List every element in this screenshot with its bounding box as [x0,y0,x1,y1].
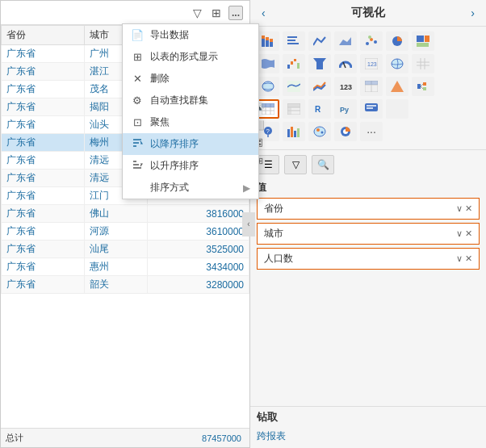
viz-icon-funnel[interactable] [308,54,331,73]
context-menu-item[interactable]: 排序方式▶ [123,177,258,199]
field-item-population[interactable]: 人口数 ∨ ✕ [257,248,480,270]
menu-item-arrow: ▶ [243,182,250,194]
svg-line-46 [421,84,423,86]
viz-icon-area[interactable] [334,31,357,51]
svg-text:123: 123 [367,61,377,67]
viz-icon-arcgis-map[interactable] [283,77,305,96]
field-province-actions: ∨ ✕ [456,203,472,214]
drill-item-crosstable[interactable]: 跨报表 [257,428,480,445]
viz-icon-waterfall[interactable] [283,54,305,73]
viz-header: ‹ 可视化 › [250,0,486,27]
viz-icon-matrix2[interactable] [283,99,305,119]
menu-item-icon: ✕ [131,73,144,85]
viz-icon-r-script[interactable]: R [308,99,331,119]
context-menu-item[interactable]: ⊡聚焦 [123,111,258,133]
svg-rect-63 [365,103,378,111]
viz-icon-treemap[interactable] [412,31,434,51]
viz-icon-bar2[interactable] [283,122,305,141]
svg-rect-12 [287,43,299,44]
svg-rect-60 [287,107,291,115]
viz-nav-left[interactable]: ‹ [258,5,269,21]
svg-rect-26 [294,59,296,61]
svg-rect-45 [417,84,421,89]
field-item-province[interactable]: 省份 ∨ ✕ [257,198,480,220]
collapse-panel-button[interactable]: ‹ [242,212,255,237]
svg-rect-11 [270,39,273,42]
drill-section: 钻取 跨报表 [250,406,486,448]
svg-line-47 [421,86,423,89]
viz-title: 可视化 [351,6,385,20]
viz-icon-python[interactable]: Py [334,99,357,119]
svg-rect-13 [287,40,295,41]
viz-icons-area: 123 123 [250,27,486,150]
viz-icon-globe[interactable] [257,77,279,96]
svg-point-16 [366,42,369,45]
viz-icon-line2[interactable] [308,77,331,96]
viz-icon-donut[interactable] [334,122,357,141]
table-row[interactable]: 广东省惠州3434000 [2,258,249,276]
viz-icon-smartnarrative[interactable] [360,99,383,119]
svg-rect-70 [291,127,293,137]
viz-icon-mappin[interactable] [308,122,331,141]
fields-area: ☰ ▽ 🔍 值 省份 ∨ ✕ 城市 ∨ ✕ 人口数 ∨ ✕ [250,150,486,406]
footer-label: 总计 [6,432,23,444]
viz-icon-ribbon[interactable] [257,54,279,73]
field-filter-icon[interactable]: ▽ [284,155,307,174]
menu-item-label: 导出数据 [150,28,189,42]
svg-rect-22 [425,36,429,42]
context-menu-item[interactable]: 以升序排序 [123,155,258,177]
viz-icon-pie[interactable] [386,31,408,51]
svg-rect-8 [266,40,269,47]
viz-icon-decomp[interactable] [412,77,434,96]
context-menu-item[interactable]: ✕删除 [123,68,258,90]
table-row[interactable]: 广东省佛山3816000 [2,205,249,223]
viz-icon-matrix[interactable] [412,54,434,73]
svg-rect-71 [294,131,296,137]
table-row[interactable]: 广东省汕尾3525000 [2,241,249,258]
svg-text:R: R [315,105,321,114]
right-panel: ‹ 🔊 ⬜ 🎛 ⊞ ‹ 可视化 › [250,0,486,448]
viz-icon-bar[interactable] [283,31,305,51]
table-row[interactable]: 广东省韶关3280000 [2,276,249,294]
table-row[interactable]: 广东省河源3610000 [2,223,249,241]
field-toolbar: ☰ ▽ 🔍 [257,155,480,174]
viz-icon-card[interactable]: 123 [360,54,383,73]
field-item-city[interactable]: 城市 ∨ ✕ [257,223,480,245]
footer-value: 87457000 [202,433,241,443]
svg-rect-6 [262,39,265,47]
viz-icon-stacked-bar[interactable] [257,31,279,51]
menu-item-label: 排序方式 [150,181,189,195]
more-options-button[interactable]: ... [228,6,243,20]
table-icon[interactable]: ⊞ [209,6,224,20]
svg-rect-48 [423,82,426,86]
field-search-icon[interactable]: 🔍 [312,155,334,174]
svg-rect-49 [423,87,426,90]
viz-icon-blank[interactable] [386,99,408,119]
svg-rect-43 [365,81,378,85]
svg-point-75 [321,132,324,134]
viz-nav-right[interactable]: › [467,5,478,21]
svg-rect-10 [270,42,273,47]
viz-icon-more[interactable]: ··· [360,122,383,141]
viz-icon-number[interactable]: 123 [334,77,357,96]
context-menu-item[interactable]: ⊞以表的形式显示 [123,46,258,68]
svg-point-18 [374,40,377,44]
field-population-label: 人口数 [264,252,293,266]
viz-icon-triangle[interactable] [386,77,408,96]
viz-icon-table2[interactable] [360,77,383,96]
svg-rect-59 [287,103,300,107]
filter-icon[interactable]: ▽ [190,6,204,20]
svg-point-73 [314,127,325,136]
context-menu-item[interactable]: 📄导出数据 [123,24,258,46]
viz-icon-scatter[interactable] [360,31,383,51]
viz-icon-line[interactable] [308,31,331,51]
svg-rect-21 [417,36,424,42]
menu-item-label: 聚焦 [150,115,170,129]
viz-icon-map[interactable] [386,54,408,73]
menu-item-icon: ⊞ [131,51,144,63]
svg-marker-15 [339,37,351,45]
svg-rect-24 [287,65,290,69]
context-menu-item[interactable]: 以降序排序 [123,133,258,155]
viz-icon-gauge[interactable] [334,54,357,73]
context-menu-item[interactable]: ⚙自动查找群集 [123,90,258,111]
